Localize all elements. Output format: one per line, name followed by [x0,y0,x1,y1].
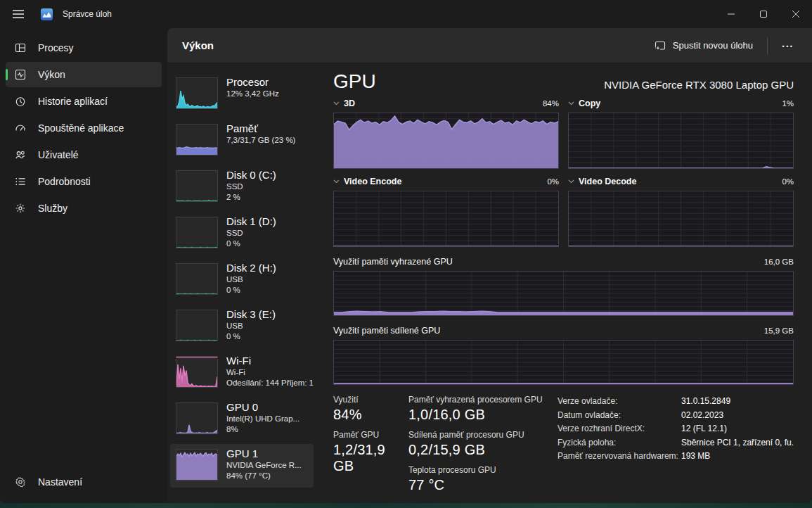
engine-select-3d[interactable] [333,101,340,106]
sidebar-item-users[interactable]: Uživatelé [6,142,162,167]
hamburger-icon [13,10,24,18]
device-text: Wi-FiWi-FiOdesílání: 144 Příjem: 1 [226,355,314,395]
engine-select-copy[interactable] [568,101,574,106]
startup-icon [15,122,26,134]
stat-label: Paměť vyhrazená procesorem GPU [408,395,558,405]
device-title: Disk 3 (E:) [226,308,276,321]
device-list-item-memory[interactable]: Paměť7,3/31,7 GB (23 %) [170,119,314,163]
device-subtext: Wi-Fi [226,367,314,378]
device-title: Procesor [226,76,279,89]
users-icon [15,149,26,160]
device-list-item-disk3[interactable]: Disk 3 (E:)USB0 % [170,305,314,348]
minimize-button[interactable] [715,0,747,28]
engine-chart-video-decode-plot [568,191,794,247]
gpu-device-name: NVIDIA GeForce RTX 3080 Laptop GPU [604,79,794,93]
device-subtext: SSD [226,182,276,192]
engine-chart-copy-plot [568,113,794,169]
device-list-item-disk1[interactable]: Disk 1 (D:)SSD0 % [170,212,314,255]
gpu-engine-chart-3d: 3D 84% [333,97,559,169]
device-subtext: 0 % [226,331,276,342]
sidebar: Procesy Výkon Historie aplikací Spoušt [0,28,167,503]
sidebar-item-startup-apps[interactable]: Spouštěné aplikace [6,115,162,141]
detail-label: Verze rozhraní DirectX: [558,422,681,436]
run-new-task-label: Spustit novou úlohu [673,40,753,51]
chevron-down-icon [333,179,340,184]
engine-select-video-decode[interactable] [568,179,574,184]
engine-select-video-encode[interactable] [333,179,340,184]
memory-chart-label: Využití paměti sdílené GPU [333,326,440,336]
device-subtext: Odesílání: 144 Příjem: 1 [226,378,314,388]
sidebar-item-details[interactable]: Podrobnosti [6,169,162,194]
minimize-icon [728,11,735,18]
memory-chart-max: 16,0 GB [764,258,794,266]
device-title: Paměť [226,122,295,135]
gpu-driver-details: Verze ovladače: 31.0.15.2849 Datum ovlad… [558,395,794,500]
gpu-stats: Využití 84% Paměť GPU 1,2/31,9 GB Paměť … [333,395,794,500]
device-sparkline [176,77,218,109]
engine-chart-label: 3D [344,99,355,108]
stat-gpu-memory-value: 1,2/31,9 GB [333,442,408,474]
device-title: Wi-Fi [226,355,314,367]
task-manager-app-icon [41,8,53,20]
shared-memory-plot [333,340,794,385]
stat-label: Teplota procesoru GPU [408,465,558,475]
device-subtext: 0 % [226,285,276,296]
device-list-item-wifi[interactable]: Wi-FiWi-FiOdesílání: 144 Příjem: 1 [170,351,314,395]
more-options-button[interactable]: ... [773,34,802,56]
sidebar-item-label: Výkon [38,69,65,80]
gpu-panel-title: GPU [333,70,376,93]
history-icon [15,96,26,107]
gpu-detail-panel: GPU NVIDIA GeForce RTX 3080 Laptop GPU 3… [323,63,812,503]
sidebar-item-processes[interactable]: Procesy [6,35,162,61]
maximize-button[interactable] [747,0,780,28]
dedicated-memory-plot [333,271,794,316]
device-sparkline [176,449,218,481]
sidebar-item-label: Procesy [38,42,74,53]
content-area: Výkon Spustit novou úlohu ... [167,28,812,503]
more-options-icon: ... [782,37,794,49]
stat-label: Sdílená paměť procesoru GPU [408,430,558,440]
device-title: GPU 0 [226,401,299,414]
device-text: Paměť7,3/31,7 GB (23 %) [226,122,295,163]
stat-shared-memory-value: 0,2/15,9 GB [408,442,558,458]
engine-chart-value: 0% [547,177,559,186]
device-subtext: USB [226,274,276,285]
task-manager-window: Správce úloh Procesy [0,0,812,503]
performance-icon [15,69,26,80]
sidebar-item-app-history[interactable]: Historie aplikací [6,89,162,114]
device-text: GPU 1NVIDIA GeForce R...84% (77 °C) [226,447,302,488]
device-title: Disk 2 (H:) [226,262,276,274]
device-text: Disk 1 (D:)SSD0 % [226,215,276,255]
hamburger-menu-button[interactable] [4,0,32,28]
device-text: Disk 3 (E:)USB0 % [226,308,276,348]
sidebar-item-settings[interactable]: Nastavení [6,469,162,495]
device-list-item-gpu1[interactable]: GPU 1NVIDIA GeForce R...84% (77 °C) [170,444,314,488]
sidebar-item-services[interactable]: Služby [6,196,162,221]
gpu-dedicated-memory-chart: Využití paměti vyhrazené GPU 16,0 GB [333,255,794,316]
device-sparkline [176,310,218,341]
close-button[interactable] [780,0,812,28]
chevron-down-icon [568,101,574,106]
engine-chart-3d-plot [333,113,559,169]
device-subtext: 2 % [226,192,276,203]
device-subtext: NVIDIA GeForce R... [226,460,302,471]
stat-utilization-value: 84% [333,407,408,423]
stat-label: Využití [333,395,408,405]
device-list-item-disk2[interactable]: Disk 2 (H:)USB0 % [170,258,314,302]
stat-label: Paměť GPU [333,430,408,440]
device-list-item-gpu0[interactable]: GPU 0Intel(R) UHD Grap...8% [170,398,314,441]
run-new-task-button[interactable]: Spustit novou úlohu [646,35,761,56]
device-sparkline [176,402,218,434]
detail-value: 193 MB [681,450,794,464]
engine-chart-value: 0% [782,177,794,186]
sidebar-item-performance[interactable]: Výkon [6,62,162,87]
memory-chart-label: Využití paměti vyhrazené GPU [333,257,453,267]
device-subtext: 8% [226,424,299,435]
detail-label: Fyzická poloha: [558,436,681,450]
sidebar-item-label: Historie aplikací [38,96,108,107]
window-title: Správce úloh [63,9,112,19]
detail-label: Paměť rezervovaná hardwarem: [558,450,681,464]
device-list-item-disk0[interactable]: Disk 0 (C:)SSD2 % [170,165,314,209]
device-list-item-cpu[interactable]: Procesor12% 3,42 GHz [170,72,314,116]
device-text: GPU 0Intel(R) UHD Grap...8% [226,401,299,441]
